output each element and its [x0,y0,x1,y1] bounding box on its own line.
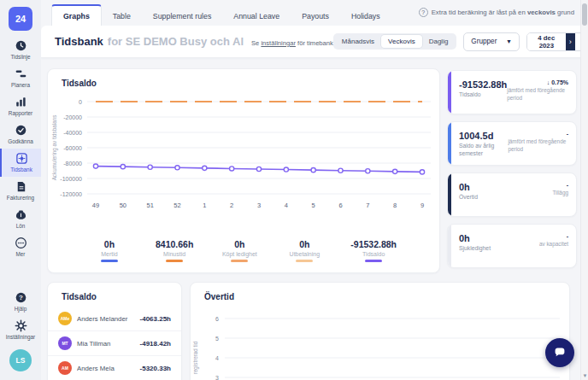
timebank-settings-note: Se inställningar för timebank [251,39,333,47]
tab-table[interactable]: Table [102,6,142,26]
svg-text:5: 5 [312,202,315,209]
scroll-down-icon[interactable]: ▼ [581,373,588,378]
svg-text:?: ? [19,294,23,301]
sidebar-item-tidsbank[interactable]: Tidsbank [0,149,41,177]
kpi-card-semester: 1004.5dSaldo av årlig semester -jämfört … [447,121,577,166]
summary-cards: -91532.88hTidsaldo ↓ 0.75%jämfört med fö… [447,70,577,268]
employee-balance: -4918.42h [140,340,171,348]
svg-text:4: 4 [215,355,219,361]
user-avatar[interactable]: LS [9,349,32,371]
svg-text:6: 6 [338,202,342,209]
date-from-button[interactable]: 4 dec 2023 [527,33,566,50]
kpi-accent-bar [448,225,451,267]
kpi-delta: - [539,233,568,239]
sidebar-item-planera[interactable]: Planera [0,64,41,92]
date-range-picker: 4 dec 2023 › 4 mar 2024 [526,32,588,51]
chart-title: Tidsaldo [48,69,439,88]
tab-supplement-rules[interactable]: Supplement rules [142,6,222,26]
group-select-value: Grupper [471,38,497,45]
sidebar-item-label: Godkänna [8,138,33,144]
period-weekly-button[interactable]: Veckovis [381,35,422,48]
employee-balance: -5320.33h [140,365,171,372]
tidsaldo-chart-card: Tidsaldo 0-20000-40000-60000-80000-10000… [47,68,440,273]
stat-color-bar [101,260,118,262]
app-logo[interactable]: 24 [9,7,32,31]
svg-text:1: 1 [203,202,206,209]
overtid-line-chart[interactable]: 6543registrerad tid [191,305,571,380]
stat-color-bar [231,260,248,262]
list-item[interactable]: AMe Anders Melander -4063.25h [48,307,181,331]
app-logo-text: 24 [15,14,26,24]
svg-text:9: 9 [420,202,424,209]
money-bag-icon [15,208,27,221]
sidebar-item-mer[interactable]: Mer [0,233,41,261]
period-toggle: Månadsvis Veckovis Daglig [333,33,457,50]
stat-utbetalning: 0hUtbetalning [285,239,323,262]
tab-payouts[interactable]: Payouts [291,6,340,26]
sidebar-item-lon[interactable]: Lön [0,205,41,233]
svg-text:-20000: -20000 [63,114,82,120]
clock-icon [15,39,27,52]
kpi-card-tidsaldo: -91532.88hTidsaldo ↓ 0.75%jämfört med fö… [447,70,577,114]
scrollbar-thumb[interactable] [582,3,587,26]
gear-icon [15,319,27,332]
overtid-chart-card: Övertid 6543registrerad tid [190,282,570,380]
bar-chart-icon [15,96,27,108]
help-icon: ? [15,291,27,304]
chat-bubble-icon [552,345,567,360]
sidebar-item-label: Tidslinje [10,54,30,60]
invoice-icon [15,180,27,193]
svg-text:6: 6 [215,316,219,322]
stat-mertid: 0hMertid [91,239,128,262]
chevron-right-icon[interactable]: › [566,33,575,50]
sidebar-item-hjalp[interactable]: ? Hjälp [0,288,41,316]
avatar: MT [58,336,72,350]
svg-text:52: 52 [173,202,180,209]
svg-text:-60000: -60000 [63,145,82,151]
sidebar-item-fakturering[interactable]: Fakturering [0,177,41,205]
sidebar-item-tidslinje[interactable]: Tidslinje [0,36,41,64]
svg-text:-40000: -40000 [63,130,82,136]
list-item[interactable]: MT Mia Tillman -4918.42h [48,331,181,356]
sidebar: 24 Tidslinje Planera Rapporter Godkänna … [0,0,41,380]
sidebar-item-installningar[interactable]: Inställningar [0,316,41,344]
scrollbar[interactable]: ▼ [580,0,588,380]
main-area: Graphs Table Supplement rules Annual Lea… [41,0,588,380]
kpi-delta: - [552,182,568,188]
kpi-accent-bar [448,173,451,216]
tab-holidays[interactable]: Holidays [340,6,391,26]
svg-text:7: 7 [366,202,369,209]
settings-link[interactable]: inställningar [261,39,296,47]
tab-annual-leave[interactable]: Annual Leave [222,6,291,26]
question-icon[interactable]: ? [419,8,428,17]
svg-text:5: 5 [215,336,219,342]
sidebar-item-label: Inställningar [6,334,35,340]
tab-graphs[interactable]: Graphs [51,4,102,26]
sidebar-item-godkanna[interactable]: Godkänna [0,120,41,149]
period-monthly-button[interactable]: Månadsvis [335,35,381,48]
avatar: AM [58,361,72,375]
kpi-card-overtid: 0hÖvertid -Tillägg [447,172,577,217]
chat-button[interactable] [545,338,574,367]
tidsaldo-line-chart[interactable]: 0-20000-40000-60000-80000-100000-1200004… [48,90,441,219]
avatar: AMe [58,312,72,325]
svg-text:51: 51 [146,202,153,209]
group-select[interactable]: Grupper ▼ [463,32,520,51]
svg-text:3: 3 [215,375,219,380]
kpi-delta: - [508,131,568,137]
tidsaldo-list-card: Tidsaldo AMe Anders Melander -4063.25h M… [47,282,182,380]
content-area: Tidsaldo 0-20000-40000-60000-80000-10000… [41,58,588,380]
sidebar-item-label: Mer [15,251,25,257]
svg-text:50: 50 [120,202,126,209]
svg-text:-120000: -120000 [60,191,82,197]
stats-legend: 0hMertid 8410.66hMinustid 0hKöpt ledighe… [48,239,439,262]
chevron-down-icon: ▼ [506,38,512,44]
period-daily-button[interactable]: Daglig [422,35,456,48]
list-item[interactable]: AM Anders Mela -5320.33h [48,356,181,380]
stat-tidsaldo: -91532.88hTidsaldo [350,239,397,262]
check-circle-icon [15,124,27,137]
chart-title: Övertid [191,283,569,301]
page-title: Tidsbank [55,35,103,48]
kpi-delta: ↓ 0.75% [507,79,568,85]
sidebar-item-rapporter[interactable]: Rapporter [0,92,41,120]
